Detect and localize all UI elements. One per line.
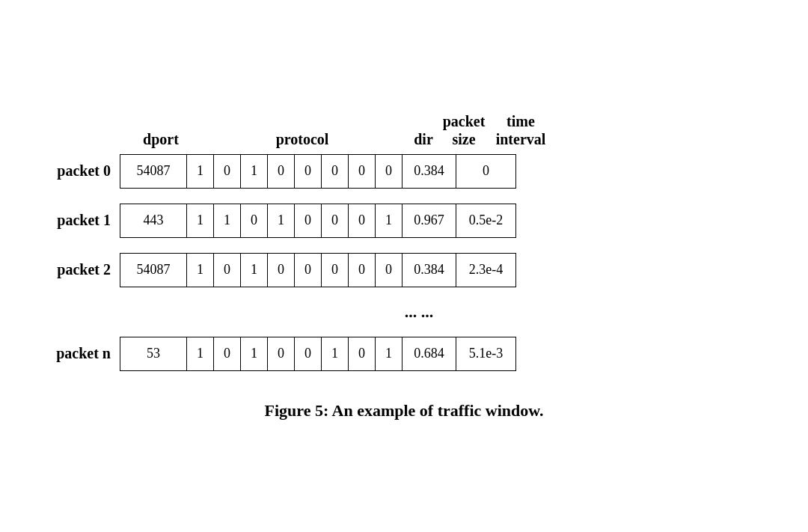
cells-container: 53101001010.6845.1e-3 (120, 337, 516, 371)
header-time-interval: timeinterval (491, 112, 551, 148)
header-row: dport protocol dir packetsize timeinterv… (127, 112, 551, 148)
cell-dir: 0.967 (403, 204, 456, 238)
cell-proto-0: 1 (187, 337, 214, 371)
cell-proto-7: 1 (376, 337, 403, 371)
cell-proto-1: 0 (214, 337, 241, 371)
cell-proto-0: 1 (187, 253, 214, 287)
cell-dport: 53 (120, 337, 187, 371)
cell-proto-3: 0 (268, 154, 295, 189)
cell-proto-6: 0 (349, 253, 376, 287)
cell-dir: 0.384 (403, 154, 456, 189)
cell-proto-5: 0 (322, 154, 349, 189)
packet-label: packet 0 (30, 162, 120, 180)
figure-caption: Figure 5: An example of traffic window. (30, 401, 778, 421)
cell-proto-5: 1 (322, 337, 349, 371)
cell-proto-1: 0 (214, 154, 241, 189)
cell-proto-5: 0 (322, 204, 349, 238)
cell-psize: 5.1e-3 (456, 337, 516, 371)
cell-proto-1: 1 (214, 204, 241, 238)
cell-psize: 0 (456, 154, 516, 189)
cell-proto-4: 0 (295, 337, 322, 371)
packet-row: packet 254087101000000.3842.3e-4 (30, 253, 516, 287)
cell-proto-7: 1 (376, 204, 403, 238)
cell-proto-3: 1 (268, 204, 295, 238)
packet-n-container: packet n53101001010.6845.1e-3 (30, 337, 516, 386)
packet-row: packet n53101001010.6845.1e-3 (30, 337, 516, 371)
cell-proto-5: 0 (322, 253, 349, 287)
packet-label: packet 2 (30, 261, 120, 278)
cell-proto-3: 0 (268, 337, 295, 371)
cell-proto-0: 1 (187, 204, 214, 238)
cell-dir: 0.684 (403, 337, 456, 371)
cell-dport: 54087 (120, 253, 187, 287)
ellipsis-text: ... ... (405, 302, 434, 322)
cell-proto-6: 0 (349, 204, 376, 238)
cell-proto-2: 1 (241, 337, 268, 371)
header-protocol: protocol (195, 130, 410, 148)
cells-container: 54087101000000.3840 (120, 154, 516, 189)
cell-proto-6: 0 (349, 337, 376, 371)
cell-proto-6: 0 (349, 154, 376, 189)
cell-psize: 2.3e-4 (456, 253, 516, 287)
cell-proto-2: 1 (241, 154, 268, 189)
cells-container: 54087101000000.3842.3e-4 (120, 253, 516, 287)
packet-row: packet 054087101000000.3840 (30, 154, 516, 189)
ellipsis-row: ... ... (127, 302, 711, 322)
cell-proto-0: 1 (187, 154, 214, 189)
cell-proto-4: 0 (295, 253, 322, 287)
cell-psize: 0.5e-2 (456, 204, 516, 238)
cell-dport: 54087 (120, 154, 187, 189)
header-dir: dir (410, 130, 437, 148)
packet-label: packet 1 (30, 212, 120, 229)
cell-proto-7: 0 (376, 154, 403, 189)
header-packet-size: packetsize (437, 112, 491, 148)
diagram-container: dport protocol dir packetsize timeinterv… (0, 97, 808, 435)
cell-dport: 443 (120, 204, 187, 238)
packets-container: packet 054087101000000.3840packet 144311… (30, 154, 516, 302)
packet-row: packet 1443110100010.9670.5e-2 (30, 204, 516, 238)
packet-label: packet n (30, 345, 120, 362)
cell-dir: 0.384 (403, 253, 456, 287)
cell-proto-1: 0 (214, 253, 241, 287)
cell-proto-4: 0 (295, 204, 322, 238)
cells-container: 443110100010.9670.5e-2 (120, 204, 516, 238)
cell-proto-7: 0 (376, 253, 403, 287)
header-dport: dport (127, 130, 195, 148)
cell-proto-3: 0 (268, 253, 295, 287)
cell-proto-4: 0 (295, 154, 322, 189)
cell-proto-2: 0 (241, 204, 268, 238)
cell-proto-2: 1 (241, 253, 268, 287)
